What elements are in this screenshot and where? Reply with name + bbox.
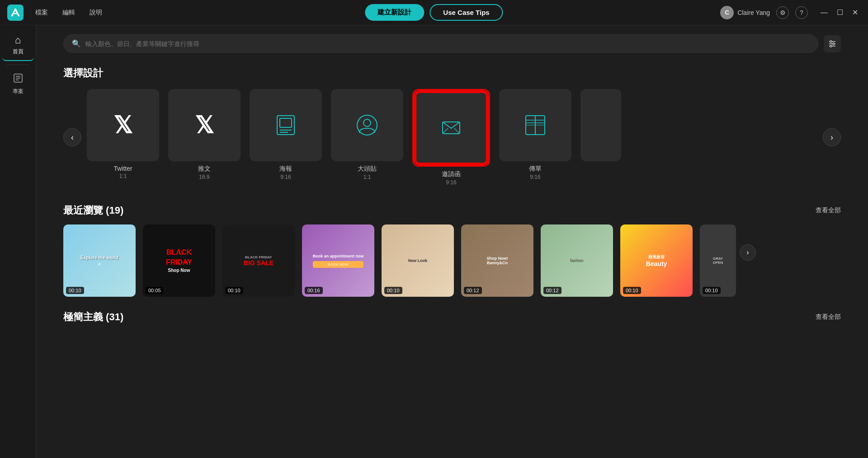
sidebar-item-projects-label: 專案	[13, 88, 24, 95]
recent-card-4-inner: Book an appointment now BOOK NOW	[302, 224, 374, 297]
recent-card-6[interactable]: Shop Now!Banny&Co 00:12	[461, 224, 533, 297]
recent-card-3-inner: BLACK FRIDAY BIG SALE	[222, 224, 295, 297]
recent-card-7-text: fashion	[570, 258, 583, 263]
recent-card-9-content: GRAYOPEN	[709, 253, 727, 268]
menu-edit[interactable]: 編輯	[60, 7, 78, 19]
design-section: 選擇設計 ‹ 𝕏 Twitter 1:1 𝕏	[63, 66, 841, 186]
recent-carousel-next-button[interactable]: ›	[740, 244, 756, 261]
recent-card-7-inner: fashion	[541, 224, 613, 297]
recent-card-7-content: fashion	[566, 255, 587, 266]
app-body: ⌂ 首頁 專案 🔍	[0, 25, 868, 458]
template-section-title: 極簡主義 (31)	[63, 310, 123, 324]
design-card-flyer-thumb	[499, 89, 571, 161]
maximize-button[interactable]: ☐	[834, 7, 846, 18]
window-controls: — ☐ ✕	[818, 7, 861, 18]
design-card-avatar-thumb	[331, 89, 403, 161]
recent-card-2-time: 00:05	[146, 287, 164, 294]
recent-card-4-content: Book an appointment now BOOK NOW	[309, 250, 368, 271]
recent-card-1-time: 00:10	[66, 287, 84, 294]
recent-card-8[interactable]: 甜美妝容Beauty 00:10	[620, 224, 693, 297]
design-card-invitation-ratio: 9:16	[446, 179, 456, 186]
search-icon: 🔍	[72, 39, 81, 48]
close-button[interactable]: ✕	[849, 7, 861, 18]
carousel-next-button[interactable]: ›	[823, 128, 841, 146]
design-card-invitation[interactable]: 邀請函 9:16	[412, 89, 490, 186]
recent-card-8-text: 甜美妝容Beauty	[646, 254, 667, 267]
recent-card-4[interactable]: Book an appointment now BOOK NOW 00:16	[302, 224, 374, 297]
design-card-poster-ratio: 9:16	[280, 174, 291, 180]
avatar: C	[720, 6, 734, 19]
user-info[interactable]: C Claire Yang	[720, 6, 770, 19]
recent-card-3-content: BLACK FRIDAY BIG SALE	[240, 252, 277, 270]
menu-bar: 檔案 編輯 說明	[33, 7, 105, 19]
recent-section-header: 最近瀏覽 (19) 查看全部	[63, 204, 841, 217]
design-card-avatar-name: 大頭貼	[358, 165, 377, 173]
recent-card-2-inner: BLACK FRIDAY Shop Now	[143, 224, 215, 297]
sidebar-item-projects[interactable]: 專案	[2, 69, 34, 100]
recent-card-1-subtext: ✈	[80, 262, 118, 266]
create-new-design-button[interactable]: 建立新設計	[365, 4, 424, 21]
design-card-twitter[interactable]: 𝕏 Twitter 1:1	[87, 89, 159, 186]
center-action-buttons: 建立新設計 Use Case Tips	[365, 4, 503, 21]
recent-card-6-content: Shop Now!Banny&Co	[483, 252, 512, 269]
svg-rect-0	[7, 5, 24, 21]
recent-card-2-text: BLACK FRIDAY Shop Now	[166, 248, 192, 274]
recent-card-2-content: BLACK FRIDAY Shop Now	[162, 244, 196, 278]
x-logo-icon: 𝕏	[113, 112, 132, 139]
recent-view-all-button[interactable]: 查看全部	[816, 206, 841, 215]
help-icon[interactable]: ?	[795, 6, 808, 19]
design-card-tweet-ratio: 16:9	[199, 174, 209, 180]
design-card-avatar-ratio: 1:1	[363, 174, 371, 180]
recent-card-5-inner: New Look	[382, 224, 454, 297]
filter-icon[interactable]	[824, 35, 841, 52]
recent-section: 最近瀏覽 (19) 查看全部 Explore the world ✈ 00:10	[63, 204, 841, 297]
search-box[interactable]: 🔍	[63, 34, 818, 53]
settings-icon[interactable]: ⚙	[776, 6, 789, 19]
design-card-tweet[interactable]: 𝕏 推文 16:9	[168, 89, 241, 186]
recent-row-wrapper: Explore the world ✈ 00:10 BLACK	[63, 224, 841, 297]
svg-point-16	[363, 119, 371, 126]
menu-help[interactable]: 說明	[87, 7, 105, 19]
minimize-button[interactable]: —	[818, 8, 830, 18]
recent-card-1-text: Explore the world	[80, 255, 118, 260]
svg-rect-12	[280, 118, 292, 127]
right-controls: C Claire Yang ⚙ ? — ☐ ✕	[720, 6, 861, 19]
home-icon: ⌂	[15, 34, 21, 46]
recent-section-title: 最近瀏覽 (19)	[63, 204, 123, 217]
recent-card-5[interactable]: New Look 00:10	[382, 224, 454, 297]
recent-card-4-time: 00:16	[305, 287, 323, 294]
recent-card-7[interactable]: fashion 00:12	[541, 224, 613, 297]
design-card-poster-name: 海報	[279, 165, 292, 173]
search-input[interactable]	[85, 40, 810, 47]
sidebar-item-home-label: 首頁	[13, 48, 24, 56]
recent-card-8-inner: 甜美妝容Beauty	[620, 224, 693, 297]
recent-card-5-content: New Look	[405, 255, 431, 266]
recent-card-6-text: Shop Now!Banny&Co	[487, 256, 508, 265]
menu-file[interactable]: 檔案	[33, 7, 51, 19]
recent-card-2[interactable]: BLACK FRIDAY Shop Now 00:05	[143, 224, 215, 297]
recent-card-5-text: New Look	[408, 258, 428, 263]
recent-card-9-text: GRAYOPEN	[713, 257, 723, 265]
use-case-tips-button[interactable]: Use Case Tips	[429, 4, 503, 21]
user-name: Claire Yang	[737, 9, 770, 16]
design-card-flyer-ratio: 9:16	[530, 174, 540, 180]
recent-card-1[interactable]: Explore the world ✈ 00:10	[63, 224, 136, 297]
design-card-invitation-name: 邀請函	[442, 170, 461, 178]
recent-card-9-inner: GRAYOPEN	[700, 224, 736, 297]
recent-card-9[interactable]: GRAYOPEN 00:10	[700, 224, 736, 297]
carousel-prev-button[interactable]: ‹	[63, 128, 81, 146]
design-card-avatar[interactable]: 大頭貼 1:1	[331, 89, 403, 186]
template-view-all-button[interactable]: 查看全部	[816, 313, 841, 321]
recent-card-3[interactable]: BLACK FRIDAY BIG SALE 00:10	[222, 224, 295, 297]
design-card-partial	[580, 89, 621, 186]
design-card-flyer[interactable]: 傳單 9:16	[499, 89, 571, 186]
design-card-tweet-name: 推文	[198, 165, 211, 173]
sidebar-item-home[interactable]: ⌂ 首頁	[2, 30, 34, 61]
x-logo-icon-2: 𝕏	[195, 112, 214, 139]
main-content: 🔍 選擇設計 ‹	[36, 25, 868, 458]
design-card-poster[interactable]: 海報 9:16	[250, 89, 322, 186]
design-cards-container: 𝕏 Twitter 1:1 𝕏 推文 16:9	[87, 89, 817, 186]
design-card-tweet-thumb: 𝕏	[168, 89, 241, 161]
titlebar: 檔案 編輯 說明 建立新設計 Use Case Tips C Claire Ya…	[0, 0, 868, 25]
design-card-twitter-thumb: 𝕏	[87, 89, 159, 161]
